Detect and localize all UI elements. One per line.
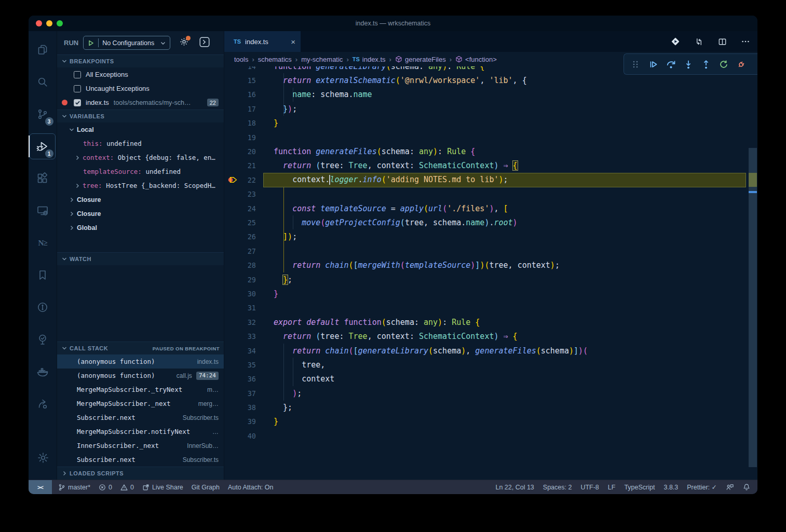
breakpoint-row[interactable]: Uncaught Exceptions — [57, 81, 224, 96]
variable-row[interactable]: this: undefined — [57, 137, 224, 151]
variable-row[interactable]: Closure — [57, 207, 224, 221]
breakpoint-checkbox[interactable] — [74, 85, 81, 92]
minimize-window-icon[interactable] — [46, 20, 52, 26]
activity-item-docker[interactable] — [29, 356, 57, 388]
debug-console-icon[interactable] — [199, 36, 210, 50]
call-stack-section-header[interactable]: CALL STACK PAUSED ON BREAKPOINT — [57, 342, 224, 354]
code-line[interactable]: 34 return chain([generateLibrary(schema)… — [224, 344, 757, 358]
activity-item-nx-console[interactable]: N≥ — [29, 227, 57, 259]
code-line[interactable]: 37 ); — [224, 386, 757, 400]
activity-item-extensions[interactable] — [29, 162, 57, 195]
step-out-icon[interactable] — [699, 57, 713, 72]
launch-configuration-dropdown[interactable]: No Configurations — [83, 36, 170, 50]
breadcrumb-item[interactable]: my-schematic — [301, 56, 343, 63]
split-editor-icon[interactable] — [717, 37, 727, 47]
chevron-right-icon[interactable] — [74, 183, 80, 189]
status-live-share[interactable]: Live Share — [142, 484, 183, 491]
loaded-scripts-section-header[interactable]: LOADED SCRIPTS — [57, 467, 224, 480]
status-encoding[interactable]: UTF-8 — [580, 484, 599, 491]
code-line[interactable]: 39} — [224, 415, 757, 429]
variable-row[interactable]: templateSource: undefined — [57, 165, 224, 179]
breakpoint-checkbox[interactable] — [74, 71, 81, 78]
close-tab-icon[interactable]: × — [291, 37, 295, 46]
code-line[interactable]: 22 context.logger.info('adding NOTES.md … — [224, 173, 757, 187]
code-line[interactable]: 25 move(getProjectConfig(tree, schema.na… — [224, 215, 757, 229]
code-line[interactable]: 24 const templateSource = apply(url('./f… — [224, 201, 757, 215]
status-git-graph[interactable]: Git Graph — [192, 484, 220, 491]
activity-item-source-control[interactable]: 3 — [29, 98, 57, 130]
call-stack-frame[interactable]: MergeMapSubscriber._tryNextm… — [57, 383, 224, 397]
close-window-icon[interactable] — [36, 20, 42, 26]
breakpoint-row[interactable]: All Exceptions — [57, 67, 224, 81]
activity-item-explorer[interactable] — [29, 34, 57, 66]
code-line[interactable]: 30} — [224, 287, 757, 301]
activity-item-testing[interactable] — [29, 323, 57, 356]
watch-section-header[interactable]: WATCH — [57, 252, 224, 265]
code-line[interactable]: 18} — [224, 116, 757, 130]
drag-handle-icon[interactable] — [628, 57, 643, 72]
code-line[interactable]: 19 — [224, 130, 757, 144]
code-area[interactable]: 14function generateLibrary(schema: any):… — [224, 66, 757, 480]
code-line[interactable]: 31 — [224, 301, 757, 315]
code-line[interactable]: 32export default function(schema: any): … — [224, 315, 757, 329]
more-actions-icon[interactable] — [741, 37, 750, 46]
status-typescript-version[interactable]: 3.8.3 — [663, 484, 678, 491]
status-eol[interactable]: LF — [608, 484, 616, 491]
breadcrumb-item[interactable]: schematics — [258, 56, 292, 63]
variable-row[interactable]: tree: HostTree {_backend: ScopedH… — [57, 179, 224, 193]
breadcrumb-item[interactable]: tools — [234, 56, 248, 63]
call-stack-frame[interactable]: Subscriber.nextSubscriber.ts — [57, 411, 224, 425]
code-line[interactable]: 17 }); — [224, 102, 757, 116]
settings-gear-icon[interactable] — [29, 445, 57, 470]
call-stack-frame[interactable]: MergeMapSubscriber._nextmerg… — [57, 397, 224, 411]
variable-row[interactable]: Global — [57, 221, 224, 235]
code-line[interactable]: 23 — [224, 187, 757, 201]
activity-item-remote-explorer[interactable] — [29, 195, 57, 227]
chevron-down-icon[interactable] — [69, 127, 75, 133]
status-auto-attach[interactable]: Auto Attach: On — [228, 484, 274, 491]
activity-item-run-and-debug[interactable]: 1 — [29, 130, 57, 162]
configure-gear-icon[interactable] — [179, 37, 189, 49]
status-errors[interactable]: 0 — [99, 484, 112, 491]
chevron-right-icon[interactable] — [69, 197, 75, 203]
code-line[interactable]: 20function generateFiles(schema: any): R… — [224, 144, 757, 158]
code-line[interactable]: 15 return externalSchematic('@nrwl/works… — [224, 73, 757, 87]
compare-changes-icon[interactable] — [694, 37, 704, 47]
restart-icon[interactable] — [716, 57, 731, 72]
breadcrumb-item[interactable]: <function> — [455, 56, 497, 63]
start-debug-icon[interactable] — [87, 39, 94, 47]
call-stack-frame[interactable]: MergeMapSubscriber.notifyNext… — [57, 425, 224, 439]
code-line[interactable]: 27 — [224, 244, 757, 258]
status-notifications[interactable] — [743, 483, 750, 491]
scrollbar-thumb[interactable] — [749, 148, 757, 467]
code-line[interactable]: 28 return chain([mergeWith(templateSourc… — [224, 258, 757, 272]
open-changes-icon[interactable] — [670, 36, 681, 47]
paused-breakpoint-icon[interactable] — [227, 175, 238, 186]
activity-item-bookmarks[interactable] — [29, 259, 57, 291]
chevron-right-icon[interactable] — [74, 155, 80, 161]
code-line[interactable]: 26 ]); — [224, 230, 757, 244]
tab-index-ts[interactable]: TS index.ts × — [224, 31, 301, 52]
code-line[interactable]: 16 name: schema.name — [224, 88, 757, 102]
code-line[interactable]: 29 }; — [224, 272, 757, 287]
activity-item-gitlens[interactable] — [29, 291, 57, 323]
call-stack-frame[interactable]: InnerSubscriber._nextInnerSub… — [57, 439, 224, 453]
code-line[interactable]: 40 — [224, 429, 757, 443]
variable-row[interactable]: Local — [57, 122, 224, 137]
status-feedback[interactable] — [726, 483, 734, 491]
breadcrumb-item[interactable]: generateFiles — [395, 56, 446, 63]
variable-row[interactable]: Closure — [57, 193, 224, 207]
remote-indicator[interactable]: >< — [29, 480, 52, 495]
status-language-mode[interactable]: TypeScript — [624, 484, 655, 491]
call-stack-frame[interactable]: Subscriber.nextSubscriber.ts — [57, 453, 224, 467]
code-line[interactable]: 36 context — [224, 372, 757, 386]
chevron-right-icon[interactable] — [69, 211, 75, 217]
code-line[interactable]: 38 }; — [224, 400, 757, 414]
step-over-icon[interactable] — [663, 57, 678, 72]
status-warnings[interactable]: 0 — [120, 484, 134, 491]
activity-item-search[interactable] — [29, 66, 57, 98]
call-stack-frame[interactable]: (anonymous function)call.js74:24 — [57, 369, 224, 383]
breadcrumb-item[interactable]: TSindex.ts — [353, 56, 386, 63]
continue-icon[interactable] — [646, 57, 660, 72]
step-into-icon[interactable] — [681, 57, 696, 72]
